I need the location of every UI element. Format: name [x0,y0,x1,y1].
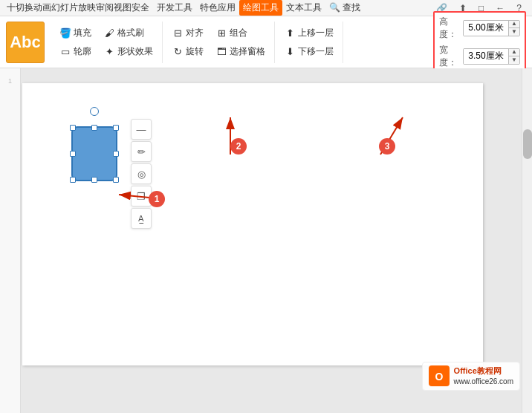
effect-icon: ✦ [103,45,115,57]
fill-button[interactable]: 🪣 填充 [55,25,96,42]
slide-number: 1 [8,77,12,85]
menu-item-dev[interactable]: 开发工具 [153,0,196,16]
height-increment-button[interactable]: ▲ [509,21,519,28]
menu-item-search[interactable]: 🔍 查找 [325,0,364,16]
rotate-button[interactable]: ↻ 旋转 [167,43,208,60]
height-decrement-button[interactable]: ▼ [509,28,519,36]
move-up-button[interactable]: ⬆ 上移一层 [279,25,338,42]
window-icon: 🗔 [215,45,227,57]
logo-text: Office教程网 www.office26.com [454,365,513,387]
ribbon-group-format: 🪣 填充 🖌 格式刷 ▭ 轮廓 ✦ 形状效果 [51,22,163,63]
group-button[interactable]: ⊞ 组合 [211,25,252,42]
menu-item-special[interactable]: 特色应用 [196,0,239,16]
menu-item-text[interactable]: 文本工具 [282,0,325,16]
slide-panel: 1 [0,68,21,413]
logo-area: O Office教程网 www.office26.com [422,362,520,391]
height-spinner-btns: ▲ ▼ [508,21,519,36]
abc-button[interactable]: Abc [6,22,45,63]
move-down-button[interactable]: ⬇ 下移一层 [279,43,338,60]
height-spinner: ▲ ▼ [463,20,520,36]
width-spinner-btns: ▲ ▼ [508,49,519,64]
outline-icon: ▭ [59,45,71,57]
scrollbar-right[interactable] [522,68,532,413]
menu-item-draw[interactable]: 绘图工具 [239,0,282,16]
rotate-handle[interactable] [90,107,99,116]
rotate-icon: ↻ [172,45,184,57]
scrollbar-thumb[interactable] [523,129,532,159]
float-btn-minus[interactable]: — [131,119,152,140]
height-label: 高度： [439,16,460,41]
align-icon: ⊟ [172,27,184,39]
height-input[interactable] [464,21,508,36]
canvas-area[interactable]: 1 — ✏ ◎ ❐ [0,68,532,413]
office-logo-icon: O [429,365,450,386]
float-btn-pen[interactable]: ✏ [131,141,152,162]
handle-bottom-left[interactable] [70,177,76,183]
shape-container[interactable] [65,120,123,187]
svg-text:O: O [435,371,443,383]
annotation-3: 3 [379,138,395,155]
float-btn-text[interactable]: A̲ [131,208,152,229]
ribbon-group-arrange: ⊟ 对齐 ⊞ 组合 ↻ 旋转 🗔 选择窗格 [163,22,275,63]
fill-icon: 🪣 [59,27,71,39]
width-decrement-button[interactable]: ▼ [509,56,519,64]
annotation-1: 1 [149,191,165,207]
brush-icon: 🖌 [103,27,115,39]
width-input[interactable] [464,49,508,64]
handle-bottom-right[interactable] [113,177,119,183]
handle-top-middle[interactable] [91,125,97,131]
float-toolbar: — ✏ ◎ ❐ A̲ [131,119,152,229]
size-inputs-container: 高度： ▲ ▼ 宽度： ▲ ▼ [433,11,526,74]
width-row: 宽度： ▲ ▼ [439,44,520,69]
height-row: 高度： ▲ ▼ [439,16,520,41]
ribbon-group-layer: ⬆ 上移一层 ⬇ 下移一层 [275,22,343,63]
menu-item-main[interactable]: 十切换动画幻灯片放映审阅视图安全 [3,0,153,16]
align-button[interactable]: ⊟ 对齐 [167,25,208,42]
format-brush-button[interactable]: 🖌 格式刷 [99,25,149,42]
group-icon: ⊞ [215,27,227,39]
handle-top-left[interactable] [70,125,76,131]
width-increment-button[interactable]: ▲ [509,49,519,56]
shape-rect[interactable] [71,126,117,181]
shape-selected[interactable] [65,120,123,187]
handle-middle-left[interactable] [70,151,76,157]
shape-effect-button[interactable]: ✦ 形状效果 [99,43,158,60]
handle-middle-right[interactable] [113,151,119,157]
move-up-icon: ⬆ [284,27,296,39]
annotation-2: 2 [230,138,247,155]
float-btn-style[interactable]: ◎ [131,163,152,184]
ribbon-groups: 🪣 填充 🖌 格式刷 ▭ 轮廓 ✦ 形状效果 [51,19,526,65]
ribbon: Abc 🪣 填充 🖌 格式刷 ▭ 轮廓 ✦ [0,16,532,68]
width-label: 宽度： [439,44,460,69]
width-spinner: ▲ ▼ [463,48,520,65]
slide-canvas[interactable]: — ✏ ◎ ❐ A̲ 1 [22,83,483,365]
outline-button[interactable]: ▭ 轮廓 [55,43,96,60]
handle-top-right[interactable] [113,125,119,131]
handle-bottom-middle[interactable] [91,177,97,183]
select-window-button[interactable]: 🗔 选择窗格 [211,43,270,60]
move-down-icon: ⬇ [284,45,296,57]
